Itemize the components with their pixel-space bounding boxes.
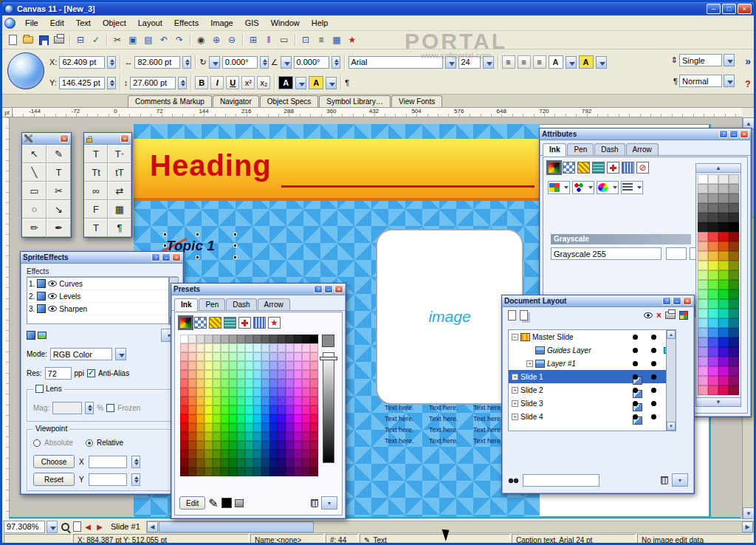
copy-icon[interactable]: ▣ — [126, 32, 140, 47]
help-button[interactable]: ? — [719, 130, 728, 138]
close-button[interactable]: × — [120, 134, 129, 143]
color-swatch[interactable] — [310, 405, 318, 414]
color-swatch[interactable] — [708, 184, 718, 193]
mode-dropdown[interactable] — [115, 348, 126, 360]
find-input[interactable] — [523, 474, 599, 487]
color-swatch[interactable] — [718, 251, 729, 261]
color-swatch[interactable] — [229, 467, 237, 476]
color-swatch[interactable] — [729, 385, 739, 395]
color-swatch[interactable] — [229, 414, 237, 423]
italic-button[interactable]: I — [210, 76, 224, 89]
texture-ink-swatch[interactable] — [224, 317, 236, 329]
expand-toggle[interactable]: − — [512, 334, 518, 340]
menu-item[interactable]: Text — [70, 17, 97, 29]
color-swatch[interactable] — [245, 450, 253, 459]
color-swatch[interactable] — [718, 289, 729, 299]
color-swatch[interactable] — [708, 299, 718, 309]
visibility-eye-icon[interactable] — [48, 293, 57, 299]
color-swatch[interactable] — [188, 441, 196, 450]
vertical-ruler[interactable] — [2, 117, 10, 519]
color-swatch[interactable] — [229, 397, 237, 405]
help-button[interactable]: ? — [314, 285, 323, 293]
color-swatch[interactable] — [253, 397, 261, 405]
menu-item[interactable]: Help — [306, 17, 334, 29]
table-icon[interactable]: ▦ — [329, 32, 344, 47]
color-swatch[interactable] — [261, 379, 269, 388]
color-swatch[interactable] — [310, 450, 318, 459]
color-swatch[interactable] — [205, 459, 213, 467]
color-swatch[interactable] — [261, 335, 269, 343]
color-swatch[interactable] — [278, 432, 286, 441]
save-icon[interactable] — [36, 32, 51, 47]
color-swatch[interactable] — [237, 423, 245, 432]
paste-icon[interactable]: ▤ — [141, 32, 156, 47]
color-swatch[interactable] — [718, 376, 729, 385]
color-swatch[interactable] — [229, 370, 237, 379]
color-swatch[interactable] — [245, 441, 253, 450]
color-swatch[interactable] — [213, 459, 221, 467]
color-swatch[interactable] — [213, 352, 221, 361]
group-icon[interactable]: ⊡ — [298, 32, 313, 47]
minimize-button[interactable]: – — [707, 4, 721, 14]
color-swatch[interactable] — [269, 405, 278, 414]
color-swatch[interactable] — [302, 414, 310, 423]
zoom-in-icon[interactable]: ⊕ — [209, 32, 224, 47]
color-swatch[interactable] — [221, 388, 229, 397]
help-button[interactable]: ? — [662, 297, 671, 305]
previous-slide-icon[interactable]: ◀ — [83, 523, 93, 531]
color-swatch[interactable] — [196, 423, 205, 432]
color-swatch[interactable] — [698, 251, 708, 261]
new-view-icon[interactable] — [73, 521, 81, 532]
tree-row[interactable]: + Slide 2 — [509, 383, 676, 397]
flow-arrows-tool[interactable]: ⇄ — [108, 182, 131, 200]
color-swatch[interactable] — [213, 414, 221, 423]
color-swatch[interactable] — [229, 459, 237, 467]
color-swatch[interactable] — [708, 241, 718, 251]
current-color-swatch[interactable] — [322, 335, 334, 347]
hatch-ink-swatch[interactable] — [209, 317, 221, 329]
color-swatch[interactable] — [196, 335, 205, 343]
choose-button[interactable]: Choose — [33, 455, 75, 468]
separator[interactable] — [292, 32, 298, 47]
color-swatch[interactable] — [718, 203, 729, 213]
color-swatch[interactable] — [278, 441, 286, 450]
color-swatch[interactable] — [278, 361, 286, 370]
color-swatch[interactable] — [708, 289, 718, 299]
undo-icon[interactable]: ↶ — [157, 32, 171, 47]
color-swatch[interactable] — [188, 467, 196, 476]
color-swatch[interactable] — [698, 184, 708, 193]
color-swatch[interactable] — [180, 459, 188, 467]
color-swatch[interactable] — [302, 388, 310, 397]
color-swatch[interactable] — [269, 414, 278, 423]
color-swatch[interactable] — [269, 459, 278, 467]
color-list-dropdown[interactable] — [621, 181, 643, 194]
none-ink-swatch[interactable]: ⊘ — [636, 162, 649, 174]
color-swatch[interactable] — [708, 222, 718, 232]
color-swatch[interactable] — [237, 397, 245, 405]
tree-row[interactable]: Guides Layer — [509, 343, 676, 357]
color-swatch[interactable] — [205, 388, 213, 397]
black-ink-swatch[interactable] — [221, 498, 232, 508]
color-swatch[interactable] — [302, 405, 310, 414]
color-swatch[interactable] — [213, 467, 221, 476]
color-swatch[interactable] — [180, 361, 188, 370]
scroll-left-icon[interactable]: ◀ — [147, 521, 158, 532]
color-swatch[interactable] — [261, 450, 269, 459]
print-icon[interactable] — [52, 32, 66, 47]
color-swatch[interactable] — [708, 347, 718, 357]
color-swatch[interactable] — [237, 441, 245, 450]
tree-row[interactable]: − Master Slide — [509, 330, 676, 343]
color-swatch[interactable] — [278, 370, 286, 379]
horizontal-ruler[interactable]: -144-72072144216288360432504576648720792 — [13, 108, 742, 117]
color-swatch[interactable] — [205, 352, 213, 361]
heading-band[interactable]: Heading — [134, 139, 539, 201]
color-swatch[interactable] — [188, 370, 196, 379]
color-swatch[interactable] — [253, 405, 261, 414]
color-swatch[interactable] — [269, 352, 278, 361]
color-swatch[interactable] — [278, 450, 286, 459]
gradient-ink-swatch[interactable] — [548, 162, 560, 174]
horizontal-guide[interactable] — [10, 517, 740, 518]
checker-ink-swatch[interactable] — [194, 317, 207, 329]
hatch-ink-swatch[interactable] — [577, 162, 590, 174]
color-swatch[interactable] — [302, 450, 310, 459]
